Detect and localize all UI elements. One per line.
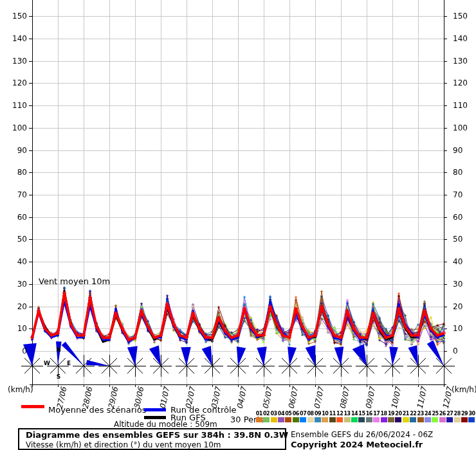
pert-key-item: 07 xyxy=(299,411,306,422)
y-axis-tick-label-left: 60 xyxy=(0,213,27,222)
pert-number: 07 xyxy=(299,411,306,417)
pert-swatch xyxy=(410,417,416,422)
pert-swatch xyxy=(322,417,328,422)
pert-number: 02 xyxy=(262,411,270,417)
y-unit-right: (km/h) xyxy=(452,385,476,394)
pert-number: 11 xyxy=(329,411,336,417)
pert-number: 26 xyxy=(439,411,446,417)
pert-key-item: 05 xyxy=(285,411,292,422)
pert-swatch xyxy=(461,417,468,422)
pert-swatch xyxy=(417,417,424,422)
pert-number: 05 xyxy=(285,411,292,417)
y-axis-tick-label-left: 70 xyxy=(0,190,27,199)
pert-key-item: 16 xyxy=(365,411,372,422)
chart-subtitle: Vitesse (km/h) et direction (°) du vent … xyxy=(26,440,285,449)
pert-number: 10 xyxy=(322,411,329,417)
pert-number: 13 xyxy=(343,411,351,417)
y-axis-tick-label-left: 40 xyxy=(0,257,27,266)
compass-e-label: E xyxy=(66,360,72,366)
pert-key-item: 14 xyxy=(351,411,358,422)
pert-key-item: 25 xyxy=(432,411,439,422)
chart-title-box: Diagramme des ensembles GEFS sur 384h : … xyxy=(18,428,286,450)
pert-number: 21 xyxy=(402,411,409,417)
pert-key-item: 17 xyxy=(373,411,380,422)
pert-number: 29 xyxy=(461,411,468,417)
pert-key-item: 27 xyxy=(446,411,453,422)
pert-swatch xyxy=(307,417,314,422)
pert-number: 27 xyxy=(446,411,453,417)
y-axis-tick-label-left: 10 xyxy=(0,324,27,333)
y-axis-tick-label-left: 30 xyxy=(0,280,27,289)
pert-key-item: 23 xyxy=(417,411,424,422)
pert-swatch xyxy=(263,417,270,422)
pert-number: 16 xyxy=(365,411,372,417)
y-axis-tick-label-right: 120 xyxy=(453,78,476,87)
y-axis-tick-label-right: 80 xyxy=(453,168,476,177)
y-unit-left: (km/h) xyxy=(8,385,33,394)
pert-key-item: 20 xyxy=(395,411,402,422)
pert-swatch xyxy=(358,417,365,422)
compass-s-label: S xyxy=(55,374,62,380)
pert-key-item: 13 xyxy=(343,411,351,422)
pert-number: 18 xyxy=(380,411,387,417)
pert-number: 30 xyxy=(468,411,475,417)
pert-key-item: 03 xyxy=(270,411,277,422)
pert-number: 01 xyxy=(255,411,262,417)
pert-swatch xyxy=(439,417,446,422)
pert-number: 19 xyxy=(387,411,394,417)
compass-n-label: N xyxy=(55,346,62,353)
pert-key-item: 28 xyxy=(453,411,461,422)
pert-number: 23 xyxy=(417,411,424,417)
pert-number: 25 xyxy=(432,411,439,417)
pert-swatch xyxy=(395,417,401,422)
pert-key-item: 02 xyxy=(262,411,270,422)
y-axis-tick-label-right: 20 xyxy=(453,302,476,311)
pert-key-item: 09 xyxy=(314,411,321,422)
pert-swatch xyxy=(425,417,431,422)
y-axis-tick-label-left: 120 xyxy=(0,78,27,87)
y-axis-tick-label-right: 60 xyxy=(453,213,476,222)
gfs-line-swatch xyxy=(144,416,166,419)
pert-swatch xyxy=(351,417,358,422)
pert-number: 09 xyxy=(314,411,321,417)
chart-annotation: Vent moyen 10m xyxy=(39,276,110,286)
y-axis-tick-label-right: 90 xyxy=(453,146,476,155)
pert-swatch xyxy=(329,417,336,422)
y-axis-tick-label-right: 40 xyxy=(453,257,476,266)
pert-key-item: 11 xyxy=(329,411,336,422)
pert-number: 20 xyxy=(395,411,402,417)
y-axis-tick-label-left: 140 xyxy=(0,34,27,43)
pert-number: 22 xyxy=(410,411,417,417)
y-axis-tick-label-left: 100 xyxy=(0,123,27,132)
pert-swatch xyxy=(366,417,372,422)
y-axis-tick-label-right: 110 xyxy=(453,101,476,110)
pert-swatch xyxy=(278,417,284,422)
y-axis-tick-label-right: 100 xyxy=(453,123,476,132)
pert-number: 15 xyxy=(358,411,365,417)
pert-number: 24 xyxy=(424,411,431,417)
y-axis-tick-label-left: 150 xyxy=(0,12,27,21)
pert-swatch xyxy=(344,417,351,422)
pert-key-item: 15 xyxy=(358,411,365,422)
pert-swatch xyxy=(403,417,409,422)
y-axis-tick-label-right: 150 xyxy=(453,12,476,21)
pert-swatch xyxy=(381,417,387,422)
pert-key-item: 08 xyxy=(307,411,314,422)
y-axis-tick-label-left: 50 xyxy=(0,235,27,244)
pert-key-item: 29 xyxy=(461,411,468,422)
y-axis-tick-label-left: 0 xyxy=(0,346,27,356)
pert-key-item: 22 xyxy=(410,411,417,422)
y-axis-tick-label-left: 130 xyxy=(0,57,27,66)
pert-number: 03 xyxy=(270,411,277,417)
pert-key-item: 01 xyxy=(255,411,262,422)
pert-number: 08 xyxy=(307,411,314,417)
pert-swatch xyxy=(388,417,394,422)
y-axis-tick-label-left: 80 xyxy=(0,168,27,177)
pert-swatch xyxy=(293,417,299,422)
pert-number: 12 xyxy=(336,411,343,417)
y-axis-tick-label-right: 130 xyxy=(453,57,476,66)
y-axis-tick-label-right: 70 xyxy=(453,190,476,199)
pert-number: 17 xyxy=(373,411,380,417)
pert-swatch xyxy=(446,417,453,422)
ensemble-chart-canvas xyxy=(0,0,476,450)
